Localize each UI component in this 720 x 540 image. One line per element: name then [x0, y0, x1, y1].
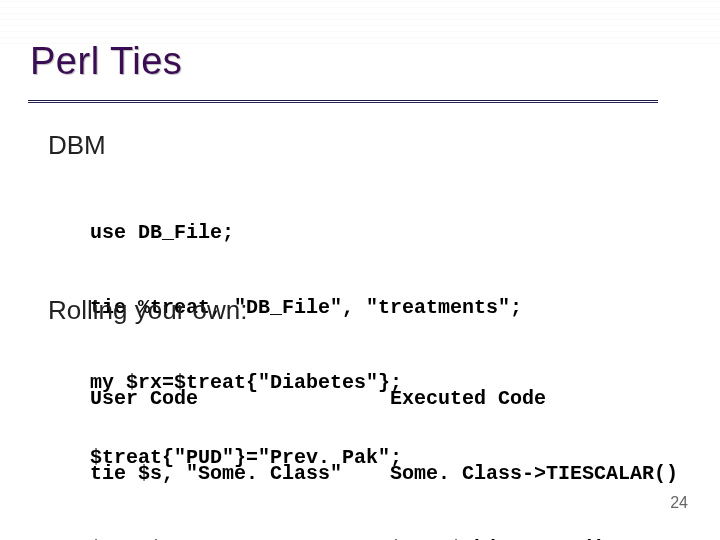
section-dbm: DBM — [48, 130, 106, 161]
user-code-header: User Code — [90, 386, 342, 411]
title-underline — [28, 100, 658, 103]
code-line: use DB_File; — [90, 220, 522, 245]
code-line: Some. Class->TIESCALAR() — [390, 461, 678, 486]
code-columns: User Code tie $s, "Some. Class" $p = $s … — [90, 336, 678, 540]
code-line: $p = $s — [90, 536, 342, 540]
code-line: $p = $obj->FETCH() — [390, 536, 678, 540]
executed-code-header: Executed Code — [390, 386, 678, 411]
page-number: 24 — [670, 494, 688, 512]
top-decor — [0, 0, 720, 44]
executed-code-col: Executed Code Some. Class->TIESCALAR() $… — [390, 336, 678, 540]
slide-title: Perl Ties — [30, 40, 182, 83]
code-line: tie $s, "Some. Class" — [90, 461, 342, 486]
section-rolling: Rolling your own: — [48, 295, 247, 326]
user-code-col: User Code tie $s, "Some. Class" $p = $s … — [90, 336, 342, 540]
slide: Perl Ties DBM use DB_File; tie %treat, "… — [0, 0, 720, 540]
